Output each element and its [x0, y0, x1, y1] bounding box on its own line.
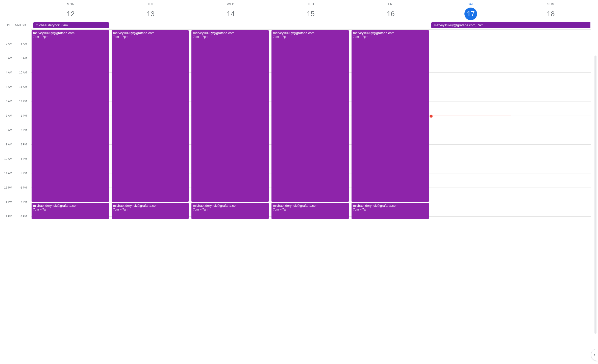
event-title: michael.derynck@grafana.com [33, 204, 107, 208]
hour-label-gmt3: 10 AM [19, 71, 27, 74]
hour-label-gmt3: 9 AM [21, 57, 27, 60]
weekday-label: SUN [511, 3, 591, 6]
weekday-label: WED [191, 3, 271, 6]
calendar-event[interactable]: matvey.kukuy@grafana.com7am – 7pm [112, 30, 189, 202]
hour-label-gmt3: 6 PM [20, 186, 27, 189]
day-header[interactable]: SAT17 [431, 0, 511, 22]
hour-label-pt: 10 AM [4, 157, 12, 160]
calendar-event[interactable]: matvey.kukuy@grafana.com7am – 7pm [352, 30, 429, 202]
day-header[interactable]: MON12 [31, 0, 111, 22]
hour-label-gmt3: 11 AM [19, 85, 27, 88]
date-number[interactable]: 12 [64, 8, 77, 20]
hour-label-gmt3: 7 PM [20, 200, 27, 203]
day-column[interactable]: matvey.kukuy@grafana.com7am – 7pmmichael… [111, 29, 191, 364]
day-column[interactable]: matvey.kukuy@grafana.com7am – 7pmmichael… [31, 29, 111, 364]
event-title: michael.derynck@grafana.com [113, 204, 187, 208]
date-number[interactable]: 15 [305, 8, 317, 20]
calendar-event[interactable]: matvey.kukuy@grafana.com7am – 7pm [271, 30, 349, 202]
date-number[interactable]: 13 [144, 8, 157, 20]
hour-label-pt: 12 PM [4, 186, 12, 189]
allday-cells: michael.derynck, 6ammatvey.kukuy@grafana… [31, 22, 591, 29]
calendar-event[interactable]: matvey.kukuy@grafana.com7am – 7pm [32, 30, 109, 202]
hour-label-pt: 4 AM [6, 71, 12, 74]
hour-label-pt: 5 AM [6, 85, 12, 88]
allday-event-continues-left[interactable]: michael.derynck, 6am [33, 22, 109, 28]
chevron-left-icon [593, 353, 597, 357]
day-header[interactable]: FRI16 [351, 0, 431, 22]
weekday-label: MON [31, 3, 111, 6]
event-title: matvey.kukuy@grafana.com [273, 31, 347, 35]
weekday-label: TUE [111, 3, 191, 6]
calendar-event[interactable]: michael.derynck@grafana.com7pm – 7am [191, 203, 269, 219]
date-number[interactable]: 16 [384, 8, 397, 20]
day-columns: matvey.kukuy@grafana.com7am – 7pmmichael… [31, 29, 591, 364]
event-time: 7pm – 7am [193, 208, 267, 212]
event-time: 7pm – 7am [273, 208, 347, 212]
hour-label-gmt3: 12 PM [19, 100, 27, 103]
weekday-label: FRI [351, 3, 431, 6]
hour-label-pt: 11 AM [4, 172, 12, 175]
day-column[interactable] [511, 29, 591, 364]
event-time: 7pm – 7am [33, 208, 107, 212]
time-grid[interactable]: 2 AM3 AM4 AM5 AM6 AM7 AM8 AM9 AM10 AM11 … [0, 29, 598, 364]
date-number[interactable]: 18 [544, 8, 557, 20]
hour-label-gmt3: 8 PM [20, 215, 27, 218]
hour-label-pt: 9 AM [6, 143, 12, 146]
event-time: 7pm – 7am [353, 208, 427, 212]
event-title: michael.derynck@grafana.com [193, 204, 267, 208]
hour-label-gmt3: 8 AM [21, 42, 27, 45]
day-header[interactable]: WED14 [191, 0, 271, 22]
calendar-event[interactable]: michael.derynck@grafana.com7pm – 7am [352, 203, 429, 219]
week-header: MON12TUE13WED14THU15FRI16SAT17SUN18 [0, 0, 598, 22]
hour-label-pt: 2 AM [6, 42, 12, 45]
event-title: matvey.kukuy@grafana.com [33, 31, 107, 35]
event-time: 7am – 7pm [193, 35, 267, 39]
event-time: 7am – 7pm [353, 35, 427, 39]
day-column[interactable]: matvey.kukuy@grafana.com7am – 7pmmichael… [271, 29, 351, 364]
calendar-event[interactable]: michael.derynck@grafana.com7pm – 7am [271, 203, 349, 219]
hour-label-gmt3: 5 PM [20, 172, 27, 175]
calendar-event[interactable]: matvey.kukuy@grafana.com7am – 7pm [191, 30, 269, 202]
weekday-label: THU [271, 3, 351, 6]
event-time: 7am – 7pm [33, 35, 107, 39]
event-title: matvey.kukuy@grafana.com [193, 31, 267, 35]
hour-label-gmt3: 2 PM [20, 128, 27, 132]
event-title: matvey.kukuy@grafana.com [113, 31, 187, 35]
event-time: 7am – 7pm [113, 35, 187, 39]
allday-row: michael.derynck, 6ammatvey.kukuy@grafana… [0, 22, 598, 29]
hour-label-pt: 6 AM [6, 100, 12, 103]
calendar-event[interactable]: michael.derynck@grafana.com7pm – 7am [112, 203, 189, 219]
allday-event-continues-right[interactable]: matvey.kukuy@grafana.com, 7am [431, 22, 590, 28]
event-title: matvey.kukuy@grafana.com [353, 31, 427, 35]
scrollbar[interactable] [594, 56, 596, 334]
day-header[interactable]: TUE13 [111, 0, 191, 22]
day-column[interactable] [431, 29, 511, 364]
event-time: 7am – 7pm [273, 35, 347, 39]
hour-label-gmt3: 1 PM [20, 114, 27, 117]
hour-label-pt: 1 PM [6, 200, 12, 203]
date-number[interactable]: 14 [225, 8, 237, 20]
hour-label-pt: 3 AM [6, 57, 12, 60]
hour-label-gmt3: 3 PM [20, 143, 27, 146]
day-column[interactable]: matvey.kukuy@grafana.com7am – 7pmmichael… [351, 29, 431, 364]
current-time-indicator [431, 116, 511, 116]
event-title: michael.derynck@grafana.com [273, 204, 347, 208]
day-header[interactable]: THU15 [271, 0, 351, 22]
weekday-label: SAT [431, 3, 511, 6]
current-time-dot [430, 115, 433, 118]
event-title: michael.derynck@grafana.com [353, 204, 427, 208]
day-column[interactable]: matvey.kukuy@grafana.com7am – 7pmmichael… [191, 29, 271, 364]
hour-label-pt: 7 AM [6, 114, 12, 117]
calendar-week-view: MON12TUE13WED14THU15FRI16SAT17SUN18 PT G… [0, 0, 598, 364]
calendar-event[interactable]: michael.derynck@grafana.com7pm – 7am [32, 203, 109, 219]
hour-label-pt: 8 AM [6, 128, 12, 132]
hour-label-pt: 2 PM [6, 215, 12, 218]
event-time: 7pm – 7am [113, 208, 187, 212]
hour-label-gmt3: 4 PM [20, 157, 27, 160]
date-number[interactable]: 17 [464, 8, 477, 20]
day-headers: MON12TUE13WED14THU15FRI16SAT17SUN18 [31, 0, 591, 22]
day-header[interactable]: SUN18 [511, 0, 591, 22]
